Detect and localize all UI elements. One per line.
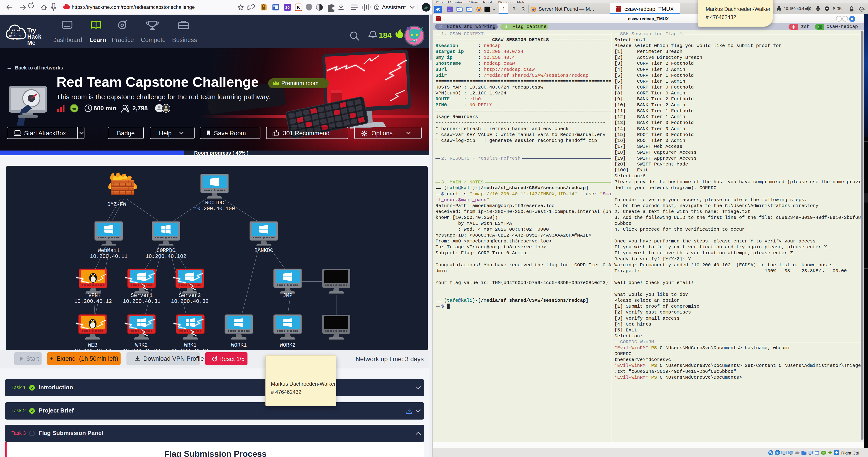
- svg-text:ROOTDC: ROOTDC: [205, 200, 224, 206]
- svg-text:Server2: Server2: [179, 293, 201, 299]
- svg-text:Me: Me: [27, 39, 35, 45]
- svg-text:10.200.40.32: 10.200.40.32: [171, 299, 209, 304]
- svg-text:WORK1: WORK1: [231, 342, 247, 348]
- svg-text:WRK1: WRK1: [184, 342, 196, 348]
- svg-text:Hack: Hack: [27, 33, 41, 40]
- svg-text:184: 184: [379, 31, 392, 39]
- svg-text:10.150.40.4: 10.150.40.4: [784, 7, 804, 11]
- svg-text:JMP: JMP: [283, 293, 292, 299]
- svg-text:1110: 1110: [10, 32, 17, 35]
- svg-text:Assistant: Assistant: [382, 4, 406, 11]
- svg-text:$-#: $-#: [616, 7, 620, 9]
- svg-text:10.200.40.100: 10.200.40.100: [194, 206, 235, 212]
- svg-text:WEB: WEB: [88, 342, 97, 348]
- svg-text:10 10: 10 10: [12, 28, 21, 32]
- svg-text:10.200.40.102: 10.200.40.102: [146, 253, 186, 260]
- svg-text:600 min: 600 min: [94, 105, 117, 112]
- svg-text:>_: >_: [818, 26, 821, 28]
- svg-text:BANKDC: BANKDC: [254, 248, 273, 253]
- svg-text:DMZ-FW: DMZ-FW: [107, 202, 126, 208]
- svg-text:CORPDC: CORPDC: [157, 248, 176, 253]
- svg-text:Learn: Learn: [89, 36, 106, 43]
- svg-text:$_: $_: [485, 7, 488, 10]
- svg-text:10.200.40.11: 10.200.40.11: [90, 253, 128, 260]
- svg-text:Dashboard: Dashboard: [52, 36, 82, 43]
- svg-text:0101 01: 0101 01: [9, 35, 21, 38]
- svg-text:Compete: Compete: [141, 36, 166, 43]
- svg-text:8:05: 8:05: [833, 6, 842, 11]
- svg-text:_: _: [617, 9, 618, 11]
- svg-text:VPN: VPN: [88, 293, 98, 299]
- svg-text:Try: Try: [27, 27, 36, 34]
- svg-text:10.200.40.12: 10.200.40.12: [74, 299, 112, 304]
- svg-text:01 010: 01 010: [11, 38, 21, 41]
- svg-text:WebMail: WebMail: [98, 248, 120, 253]
- svg-text:Practice: Practice: [112, 36, 134, 43]
- svg-text:Business: Business: [172, 36, 197, 43]
- svg-text:2,798: 2,798: [132, 105, 148, 112]
- svg-text:K: K: [297, 4, 300, 10]
- svg-text:30: 30: [285, 5, 290, 10]
- svg-text:WORK2: WORK2: [280, 342, 296, 348]
- svg-text:Server1: Server1: [131, 293, 153, 299]
- svg-text:10.200.40.31: 10.200.40.31: [123, 299, 160, 304]
- svg-text:WRK2: WRK2: [135, 342, 148, 348]
